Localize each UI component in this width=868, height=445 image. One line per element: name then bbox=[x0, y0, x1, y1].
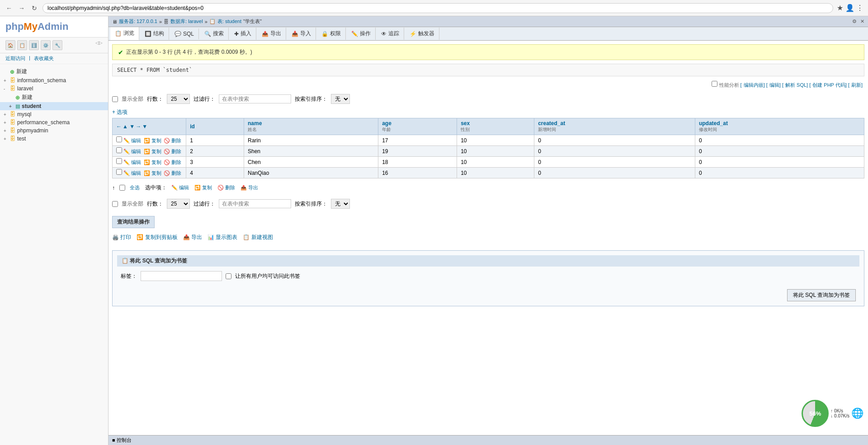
sidebar: phpMyAdmin 🏠 📋 ℹ️ ⚙️ 🔧 ◁▷ 近期访问 | 表收藏夹 ⊕ … bbox=[0, 16, 108, 445]
row-delete-btn[interactable]: 🚫 删除 bbox=[164, 159, 181, 165]
tab-search[interactable]: 🔍 搜索 bbox=[200, 28, 229, 40]
perf-checkbox[interactable] bbox=[712, 81, 717, 87]
row-copy-btn[interactable]: 🔁 复制 bbox=[144, 159, 161, 165]
sort-down-icon[interactable]: ▼ bbox=[129, 123, 135, 130]
col-header-dropdown[interactable]: ▼ bbox=[142, 123, 147, 130]
cell-updated-at: 0 bbox=[695, 157, 864, 168]
sidebar-item-laravel[interactable]: - 🗄 laravel bbox=[0, 84, 108, 93]
bookmarks-link[interactable]: 表收藏夹 bbox=[34, 55, 54, 62]
bottom-export-btn[interactable]: 📤 导出 bbox=[241, 184, 258, 191]
recent-link[interactable]: 近期访问 bbox=[5, 55, 25, 62]
row-checkbox[interactable] bbox=[116, 147, 122, 153]
perf-link-refresh[interactable]: 刷新 bbox=[851, 82, 861, 88]
tab-privileges[interactable]: 🔒 权限 bbox=[317, 28, 346, 40]
bottom-copy-btn[interactable]: 🔁 复制 bbox=[194, 184, 212, 191]
forward-button[interactable]: → bbox=[17, 4, 26, 13]
sidebar-item-information-schema[interactable]: + 🗄 information_schema bbox=[0, 76, 108, 84]
sort-forward-icon[interactable]: → bbox=[136, 123, 141, 130]
bookmark-public-checkbox[interactable] bbox=[226, 273, 231, 279]
show-all-checkbox-top[interactable] bbox=[112, 96, 118, 102]
settings-icon-btn[interactable]: ⚙️ bbox=[41, 40, 51, 50]
tab-operations[interactable]: ✏️ 操作 bbox=[347, 28, 376, 40]
perf-link-parse[interactable]: 解析 SQL bbox=[785, 82, 807, 88]
result-show-chart[interactable]: 📊 显示图表 bbox=[208, 234, 237, 241]
tab-import[interactable]: 📥 导入 bbox=[287, 28, 316, 40]
result-copy-clipboard[interactable]: 🔁 复制到剪贴板 bbox=[137, 234, 177, 241]
row-edit-btn[interactable]: ✏️ 编辑 bbox=[123, 159, 141, 165]
result-new-view[interactable]: 📋 新建视图 bbox=[243, 234, 273, 241]
tab-triggers[interactable]: ⚡ 触发器 bbox=[405, 28, 439, 40]
row-copy-btn[interactable]: 🔁 复制 bbox=[144, 138, 161, 143]
sidebar-item-student[interactable]: + ▤ student bbox=[0, 102, 108, 110]
filter-label-bottom: 过滤行： bbox=[193, 200, 215, 208]
filter-input-bottom[interactable] bbox=[219, 199, 291, 208]
close-icon[interactable]: ✕ bbox=[860, 19, 864, 24]
tab-structure[interactable]: 🔲 结构 bbox=[140, 28, 169, 40]
sidebar-item-mysql[interactable]: + 🗄 mysql bbox=[0, 110, 108, 118]
tab-browse[interactable]: 📋 浏览 bbox=[110, 27, 139, 40]
sidebar-item-phpmyadmin[interactable]: + 🗄 phpmyadmin bbox=[0, 126, 108, 135]
row-checkbox[interactable] bbox=[116, 158, 122, 164]
row-copy-btn[interactable]: 🔁 复制 bbox=[144, 170, 161, 176]
sort-select-bottom[interactable]: 无 bbox=[331, 199, 350, 209]
row-edit-btn[interactable]: ✏️ 编辑 bbox=[123, 170, 141, 176]
perf-link-inline-edit[interactable]: 编辑内嵌 bbox=[744, 82, 764, 88]
filter-input-top[interactable] bbox=[219, 94, 291, 103]
col-updated-at-link[interactable]: updated_at bbox=[699, 120, 728, 126]
tab-export[interactable]: 📤 导出 bbox=[257, 28, 286, 40]
select-all-btn[interactable]: 全选 bbox=[130, 184, 140, 191]
breadcrumb-db[interactable]: 数据库: laravel bbox=[170, 18, 203, 25]
tab-sql[interactable]: 💬 SQL bbox=[170, 28, 199, 39]
result-export[interactable]: 📤 导出 bbox=[183, 234, 202, 241]
tools-icon-btn[interactable]: 🔧 bbox=[52, 40, 62, 50]
info-icon-btn[interactable]: ℹ️ bbox=[29, 40, 39, 50]
table-icon-btn[interactable]: 📋 bbox=[17, 40, 27, 50]
col-created-at-link[interactable]: created_at bbox=[538, 120, 565, 126]
select-all-checkbox[interactable] bbox=[119, 185, 125, 191]
col-id-link[interactable]: id bbox=[190, 123, 195, 130]
bookmark-label-input[interactable] bbox=[141, 271, 222, 281]
back-arrow-icon[interactable]: ↑ bbox=[112, 185, 115, 191]
row-checkbox[interactable] bbox=[116, 136, 122, 142]
col-age-link[interactable]: age bbox=[382, 120, 392, 126]
breadcrumb-table[interactable]: 表: student bbox=[217, 18, 241, 25]
row-edit-btn[interactable]: ✏️ 编辑 bbox=[123, 138, 141, 143]
row-count-select-top[interactable]: 25 50 100 bbox=[167, 94, 190, 104]
tab-insert[interactable]: ✚ 插入 bbox=[230, 28, 256, 40]
home-icon-btn[interactable]: 🏠 bbox=[5, 40, 15, 50]
sort-back-icon[interactable]: ← bbox=[116, 123, 122, 130]
url-bar[interactable] bbox=[42, 3, 833, 13]
settings-icon[interactable]: ⚙ bbox=[852, 19, 857, 24]
bottom-delete-btn[interactable]: 🚫 删除 bbox=[217, 184, 235, 191]
row-delete-btn[interactable]: 🚫 删除 bbox=[164, 138, 181, 143]
bottom-edit-btn[interactable]: ✏️ 编辑 bbox=[171, 184, 189, 191]
sidebar-item-test[interactable]: + 🗄 test bbox=[0, 135, 108, 143]
col-sex-link[interactable]: sex bbox=[461, 120, 470, 126]
refresh-button[interactable]: ↻ bbox=[30, 4, 39, 13]
breadcrumb-server[interactable]: 服务器: 127.0.0.1 bbox=[119, 18, 157, 25]
bookmark-submit-btn[interactable]: 将此 SQL 查询加为书签 bbox=[787, 289, 856, 301]
back-button[interactable]: ← bbox=[5, 4, 14, 13]
sort-up-icon[interactable]: ▲ bbox=[123, 123, 128, 130]
globe-icon: 🌐 bbox=[851, 408, 863, 419]
sidebar-item-new-root[interactable]: ⊕ 新建 bbox=[0, 67, 108, 76]
sidebar-item-new-laravel[interactable]: ⊕ 新建 bbox=[0, 93, 108, 102]
sidebar-item-performance-schema[interactable]: + 🗄 performance_schema bbox=[0, 118, 108, 126]
sidebar-toggle[interactable]: ◁▷ bbox=[95, 40, 103, 50]
col-name-link[interactable]: name bbox=[248, 120, 262, 126]
perf-link-php[interactable]: 创建 PHP 代码 bbox=[812, 82, 845, 88]
options-link[interactable]: + 选项 bbox=[112, 108, 864, 116]
result-print[interactable]: 🖨️ 打印 bbox=[112, 234, 131, 241]
sort-select-top[interactable]: 无 bbox=[331, 94, 350, 104]
perf-link-edit[interactable]: 编辑 bbox=[769, 82, 779, 88]
tab-tracking[interactable]: 👁 追踪 bbox=[377, 28, 404, 40]
row-delete-btn[interactable]: 🚫 删除 bbox=[164, 170, 181, 176]
row-checkbox[interactable] bbox=[116, 169, 122, 175]
show-all-checkbox-bottom[interactable] bbox=[112, 201, 118, 207]
row-copy-btn[interactable]: 🔁 复制 bbox=[144, 149, 161, 154]
control-panel-bar[interactable]: ■ 控制台 bbox=[108, 435, 868, 445]
row-edit-btn[interactable]: ✏️ 编辑 bbox=[123, 149, 141, 154]
bookmark-form: 标签： 让所有用户均可访问此书签 将此 SQL 查询加为书签 bbox=[117, 271, 859, 301]
row-count-select-bottom[interactable]: 25 50 100 bbox=[167, 199, 190, 209]
row-delete-btn[interactable]: 🚫 删除 bbox=[164, 149, 181, 154]
